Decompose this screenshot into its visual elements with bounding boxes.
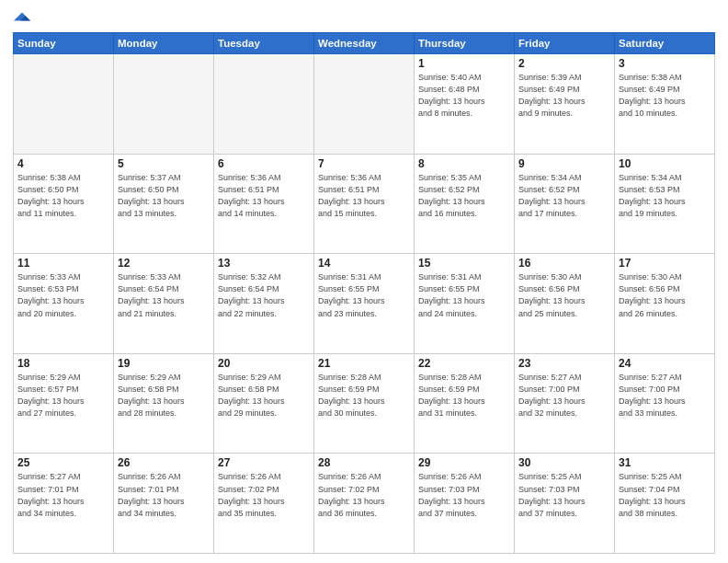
day-cell: 20Sunrise: 5:29 AM Sunset: 6:58 PM Dayli… [214,353,314,454]
day-cell: 16Sunrise: 5:30 AM Sunset: 6:56 PM Dayli… [515,254,615,354]
day-info: Sunrise: 5:29 AM Sunset: 6:58 PM Dayligh… [218,372,310,419]
day-number: 10 [619,157,711,170]
day-number: 19 [118,357,210,370]
day-cell: 24Sunrise: 5:27 AM Sunset: 7:00 PM Dayli… [615,353,715,454]
week-row-3: 11Sunrise: 5:33 AM Sunset: 6:53 PM Dayli… [14,254,715,354]
day-cell: 5Sunrise: 5:37 AM Sunset: 6:50 PM Daylig… [114,154,214,254]
day-info: Sunrise: 5:29 AM Sunset: 6:57 PM Dayligh… [17,372,109,419]
day-info: Sunrise: 5:26 AM Sunset: 7:03 PM Dayligh… [418,471,510,519]
day-info: Sunrise: 5:26 AM Sunset: 7:01 PM Dayligh… [118,471,210,519]
day-cell: 23Sunrise: 5:27 AM Sunset: 7:00 PM Dayli… [515,353,615,454]
day-number: 15 [418,257,510,270]
page: SundayMondayTuesdayWednesdayThursdayFrid… [0,0,728,563]
day-cell: 8Sunrise: 5:35 AM Sunset: 6:52 PM Daylig… [415,154,515,254]
day-cell: 28Sunrise: 5:26 AM Sunset: 7:02 PM Dayli… [314,454,415,554]
day-number: 14 [318,257,410,270]
day-cell: 17Sunrise: 5:30 AM Sunset: 6:56 PM Dayli… [615,254,715,354]
day-cell [14,54,114,155]
day-number: 27 [218,456,310,469]
day-info: Sunrise: 5:31 AM Sunset: 6:55 PM Dayligh… [418,271,510,319]
calendar-table: SundayMondayTuesdayWednesdayThursdayFrid… [13,32,715,554]
day-cell: 21Sunrise: 5:28 AM Sunset: 6:59 PM Dayli… [314,353,415,454]
day-cell: 11Sunrise: 5:33 AM Sunset: 6:53 PM Dayli… [14,254,114,354]
day-info: Sunrise: 5:27 AM Sunset: 7:00 PM Dayligh… [619,372,711,419]
day-number: 30 [518,456,610,469]
day-number: 22 [418,357,510,370]
day-number: 2 [518,57,610,70]
day-cell: 15Sunrise: 5:31 AM Sunset: 6:55 PM Dayli… [415,254,515,354]
day-cell: 19Sunrise: 5:29 AM Sunset: 6:58 PM Dayli… [114,353,214,454]
day-header-wednesday: Wednesday [314,33,415,54]
day-cell: 29Sunrise: 5:26 AM Sunset: 7:03 PM Dayli… [415,454,515,554]
day-number: 31 [619,456,711,469]
day-header-sunday: Sunday [14,33,114,54]
day-cell: 1Sunrise: 5:40 AM Sunset: 6:48 PM Daylig… [415,54,515,155]
day-number: 1 [418,57,510,70]
header [13,9,715,27]
day-header-monday: Monday [114,33,214,54]
day-header-thursday: Thursday [415,33,515,54]
logo-icon [14,9,30,26]
day-number: 8 [418,157,510,170]
day-info: Sunrise: 5:36 AM Sunset: 6:51 PM Dayligh… [318,172,410,220]
day-number: 20 [218,357,310,370]
day-number: 12 [118,257,210,270]
day-cell: 30Sunrise: 5:25 AM Sunset: 7:03 PM Dayli… [515,454,615,554]
day-cell: 7Sunrise: 5:36 AM Sunset: 6:51 PM Daylig… [314,154,415,254]
day-header-saturday: Saturday [615,33,715,54]
week-row-1: 1Sunrise: 5:40 AM Sunset: 6:48 PM Daylig… [14,54,715,155]
day-cell: 12Sunrise: 5:33 AM Sunset: 6:54 PM Dayli… [114,254,214,354]
day-cell: 14Sunrise: 5:31 AM Sunset: 6:55 PM Dayli… [314,254,415,354]
day-number: 3 [619,57,711,70]
day-info: Sunrise: 5:25 AM Sunset: 7:03 PM Dayligh… [518,471,610,519]
calendar-header-row: SundayMondayTuesdayWednesdayThursdayFrid… [14,33,715,54]
day-cell: 13Sunrise: 5:32 AM Sunset: 6:54 PM Dayli… [214,254,314,354]
day-number: 18 [17,357,109,370]
day-info: Sunrise: 5:31 AM Sunset: 6:55 PM Dayligh… [318,271,410,319]
day-info: Sunrise: 5:26 AM Sunset: 7:02 PM Dayligh… [318,471,410,519]
day-number: 9 [518,157,610,170]
day-info: Sunrise: 5:38 AM Sunset: 6:50 PM Dayligh… [17,172,109,220]
week-row-5: 25Sunrise: 5:27 AM Sunset: 7:01 PM Dayli… [14,454,715,554]
day-cell: 6Sunrise: 5:36 AM Sunset: 6:51 PM Daylig… [214,154,314,254]
day-info: Sunrise: 5:33 AM Sunset: 6:53 PM Dayligh… [17,271,109,319]
day-info: Sunrise: 5:39 AM Sunset: 6:49 PM Dayligh… [518,72,610,120]
day-number: 24 [619,357,711,370]
day-cell [314,54,415,155]
day-info: Sunrise: 5:34 AM Sunset: 6:53 PM Dayligh… [619,172,711,220]
day-cell: 3Sunrise: 5:38 AM Sunset: 6:49 PM Daylig… [615,54,715,155]
day-number: 11 [17,257,109,270]
day-number: 17 [619,257,711,270]
day-number: 5 [118,157,210,170]
logo [13,9,30,27]
day-info: Sunrise: 5:30 AM Sunset: 6:56 PM Dayligh… [518,271,610,319]
day-cell: 31Sunrise: 5:25 AM Sunset: 7:04 PM Dayli… [615,454,715,554]
day-info: Sunrise: 5:29 AM Sunset: 6:58 PM Dayligh… [118,372,210,419]
day-cell [114,54,214,155]
day-number: 23 [518,357,610,370]
day-info: Sunrise: 5:32 AM Sunset: 6:54 PM Dayligh… [218,271,310,319]
day-info: Sunrise: 5:34 AM Sunset: 6:52 PM Dayligh… [518,172,610,220]
day-cell: 25Sunrise: 5:27 AM Sunset: 7:01 PM Dayli… [14,454,114,554]
day-info: Sunrise: 5:35 AM Sunset: 6:52 PM Dayligh… [418,172,510,220]
day-cell [214,54,314,155]
day-info: Sunrise: 5:27 AM Sunset: 7:00 PM Dayligh… [518,372,610,419]
day-cell: 4Sunrise: 5:38 AM Sunset: 6:50 PM Daylig… [14,154,114,254]
day-info: Sunrise: 5:40 AM Sunset: 6:48 PM Dayligh… [418,72,510,120]
day-info: Sunrise: 5:38 AM Sunset: 6:49 PM Dayligh… [619,72,711,120]
day-number: 4 [17,157,109,170]
day-cell: 22Sunrise: 5:28 AM Sunset: 6:59 PM Dayli… [415,353,515,454]
day-info: Sunrise: 5:25 AM Sunset: 7:04 PM Dayligh… [619,471,711,519]
day-cell: 2Sunrise: 5:39 AM Sunset: 6:49 PM Daylig… [515,54,615,155]
day-info: Sunrise: 5:26 AM Sunset: 7:02 PM Dayligh… [218,471,310,519]
day-info: Sunrise: 5:28 AM Sunset: 6:59 PM Dayligh… [418,372,510,419]
day-cell: 27Sunrise: 5:26 AM Sunset: 7:02 PM Dayli… [214,454,314,554]
day-cell: 10Sunrise: 5:34 AM Sunset: 6:53 PM Dayli… [615,154,715,254]
day-number: 13 [218,257,310,270]
day-cell: 9Sunrise: 5:34 AM Sunset: 6:52 PM Daylig… [515,154,615,254]
day-number: 28 [318,456,410,469]
day-cell: 18Sunrise: 5:29 AM Sunset: 6:57 PM Dayli… [14,353,114,454]
day-header-tuesday: Tuesday [214,33,314,54]
day-number: 7 [318,157,410,170]
week-row-4: 18Sunrise: 5:29 AM Sunset: 6:57 PM Dayli… [14,353,715,454]
